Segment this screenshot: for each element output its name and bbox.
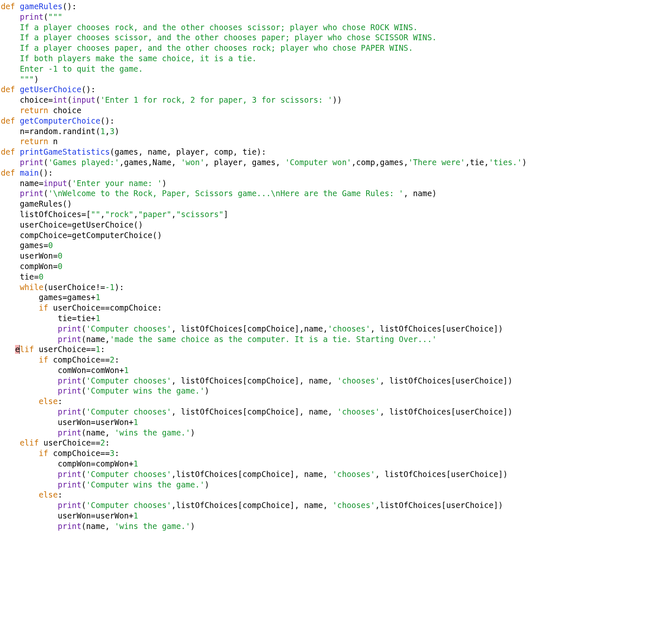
- code-token-kw: if: [39, 449, 48, 458]
- code-token-kw: def: [1, 85, 20, 94]
- code-token-kw: lif: [20, 345, 34, 354]
- code-token-str: 'chooses': [328, 324, 370, 333]
- code-token-fn: printGameStatistics: [20, 148, 110, 156]
- code-token-kw: return: [20, 137, 48, 146]
- code-token-call: print: [58, 407, 82, 416]
- code-token-str: "scissors": [176, 210, 223, 219]
- code-token-call: print: [58, 470, 82, 479]
- code-token-num: 2: [100, 438, 105, 447]
- code-token-call: print: [58, 501, 82, 510]
- code-token-num: 3: [110, 449, 114, 458]
- code-token-str: If a player chooses scissor, and the oth…: [1, 33, 437, 42]
- code-token-call: print: [58, 428, 82, 437]
- code-token-num: 2: [110, 355, 114, 364]
- code-token-str: 'Computer wins the game.': [86, 386, 205, 395]
- code-token-call: print: [58, 386, 82, 395]
- code-token-kw: if: [39, 303, 48, 312]
- code-token-kw: elif: [20, 438, 39, 447]
- code-token-call: print: [20, 189, 44, 198]
- code-token-str: 'made the same choice as the computer. I…: [110, 335, 437, 344]
- code-token-num: 1: [96, 345, 100, 354]
- code-token-kw: else: [39, 397, 57, 406]
- code-token-str: 'Computer chooses': [86, 501, 172, 510]
- code-token-num: 1: [124, 366, 129, 375]
- code-token-num: 3: [110, 127, 114, 136]
- code-token-str: If a player chooses paper, and the other…: [1, 44, 413, 52]
- code-token-str: If a player chooses rock, and the other …: [1, 23, 418, 32]
- code-token-fn: getComputerChoice: [20, 117, 100, 125]
- code-token-call: print: [58, 480, 82, 489]
- code-token-str: 'Computer chooses': [86, 407, 172, 416]
- code-token-call: print: [58, 324, 82, 333]
- code-token-str: 'ties.': [489, 158, 522, 167]
- code-token-num: 0: [48, 241, 53, 250]
- code-token-call: int: [53, 96, 67, 104]
- code-token-num: 1: [96, 293, 100, 302]
- code-token-str: """: [1, 75, 34, 84]
- code-token-str: 'wins the game.': [114, 522, 190, 531]
- code-token-num: 0: [58, 262, 62, 271]
- code-token-kw: while: [20, 283, 44, 292]
- code-token-num: 1: [96, 314, 100, 323]
- code-token-kw: return: [20, 106, 48, 115]
- code-token-str: 'chooses': [337, 376, 380, 385]
- code-token-call: print: [58, 335, 82, 344]
- code-token-str: 'Enter your name: ': [72, 179, 162, 188]
- code-token-str: 'chooses': [333, 501, 375, 510]
- code-token-num: 0: [58, 251, 62, 260]
- code-token-num: 1: [134, 511, 138, 520]
- code-token-num: -1: [105, 283, 115, 292]
- code-token-str: 'Enter 1 for rock, 2 for paper, 3 for sc…: [100, 96, 332, 104]
- code-token-call: print: [58, 522, 82, 531]
- code-token-kw: def: [1, 2, 20, 11]
- code-token-kw: def: [1, 117, 20, 125]
- code-block[interactable]: def gameRules(): print(""" If a player c…: [0, 0, 672, 532]
- code-token-str: If both players make the same choice, it…: [1, 54, 257, 63]
- code-token-str: "rock": [105, 210, 134, 219]
- code-token-call: input: [72, 96, 96, 104]
- code-token-str: 'Computer won': [285, 158, 351, 167]
- code-token-str: 'Computer wins the game.': [86, 480, 205, 489]
- code-token-str: 'There were': [408, 158, 465, 167]
- code-token-str: 'chooses': [337, 407, 380, 416]
- code-token-str: 'Computer chooses': [86, 376, 172, 385]
- code-token-num: 1: [134, 418, 138, 427]
- code-token-str: '\nWelcome to the Rock, Paper, Scissors …: [48, 189, 403, 198]
- code-token-kw: if: [39, 355, 48, 364]
- code-token-fn: gameRules: [20, 2, 62, 11]
- code-token-str: 'won': [181, 158, 205, 167]
- code-token-call: input: [44, 179, 67, 188]
- code-token-str: "": [91, 210, 101, 219]
- code-token-fn: getUserChoice: [20, 85, 81, 94]
- code-token-str: Enter -1 to quit the game.: [1, 65, 143, 73]
- code-token-call: print: [58, 376, 82, 385]
- code-token-call: print: [20, 158, 44, 167]
- code-token-str: 'Computer chooses': [86, 324, 172, 333]
- code-token-str: 'Games played:': [48, 158, 119, 167]
- code-token-str: 'wins the game.': [114, 428, 190, 437]
- code-token-num: 1: [134, 459, 138, 468]
- code-token-num: 0: [39, 272, 43, 281]
- code-token-str: 'Computer chooses': [86, 470, 172, 479]
- code-token-call: print: [20, 13, 44, 21]
- code-token-str: "paper": [138, 210, 171, 219]
- code-token-str: 'chooses': [333, 470, 375, 479]
- code-token-kw: def: [1, 169, 20, 177]
- code-token-kw: else: [39, 490, 57, 499]
- code-token-num: 1: [100, 127, 105, 136]
- code-token-fn: main: [20, 169, 39, 177]
- code-token-kw: def: [1, 148, 20, 156]
- code-token-str: """: [48, 13, 62, 21]
